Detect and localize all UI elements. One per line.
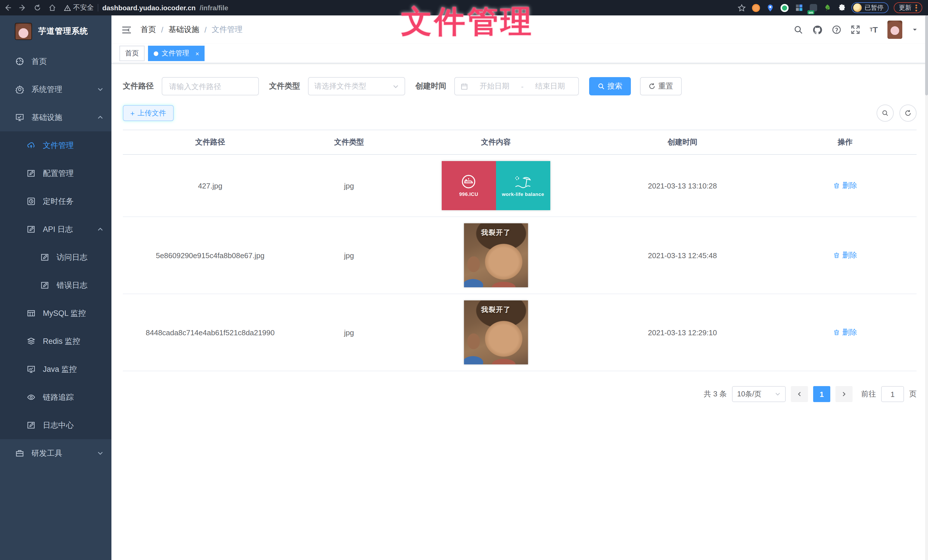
sidebar-item-java[interactable]: Java 监控	[0, 355, 111, 383]
fullscreen-icon[interactable]	[851, 25, 860, 34]
timer-icon	[26, 197, 35, 206]
breadcrumb-section[interactable]: 基础设施	[169, 24, 200, 35]
sidebar-item-config[interactable]: 配置管理	[0, 159, 111, 187]
goto-label: 前往	[861, 389, 876, 399]
prev-page-button[interactable]	[791, 386, 808, 402]
scrollbar-thumb[interactable]	[925, 15, 928, 95]
date-range-picker[interactable]: 开始日期 - 结束日期	[454, 77, 579, 95]
file-type-select[interactable]: 请选择文件类型	[308, 77, 405, 95]
collapse-menu-icon[interactable]	[122, 26, 131, 34]
profile-paused-chip[interactable]: 已暂停	[852, 2, 888, 13]
sidebar-item-label: 错误日志	[56, 280, 87, 291]
table-header-row: 文件路径 文件类型 文件内容 创建时间 操作	[123, 130, 917, 155]
beach-umbrella-icon	[513, 175, 533, 189]
sidebar-item-error-log[interactable]: 错误日志	[0, 271, 111, 299]
sidebar-item-label: 研发工具	[31, 448, 62, 458]
paused-label: 已暂停	[865, 3, 884, 12]
browser-menu-icon[interactable]	[916, 3, 917, 12]
user-avatar[interactable]	[887, 21, 902, 39]
sidebar-item-home[interactable]: 首页	[0, 47, 111, 75]
calendar-icon	[461, 82, 468, 90]
search-button-label: 搜索	[607, 81, 622, 91]
browser-home-button[interactable]	[44, 0, 60, 15]
sidebar-item-trace[interactable]: 链路追踪	[0, 383, 111, 411]
search-icon[interactable]	[794, 25, 803, 34]
extensions-puzzle-icon[interactable]	[837, 3, 846, 12]
reset-button[interactable]: 重置	[640, 77, 682, 95]
caret-down-icon[interactable]	[912, 27, 918, 33]
page-size-select[interactable]: 10条/页	[732, 386, 786, 402]
extension-leaf-icon[interactable]	[823, 3, 832, 12]
extension-grid-icon[interactable]	[794, 3, 803, 12]
update-chip[interactable]: 更新	[894, 2, 922, 13]
page-unit-label: 页	[909, 389, 917, 399]
sidebar-item-access-log[interactable]: 访问日志	[0, 243, 111, 271]
file-path-input-wrap	[162, 77, 259, 95]
github-icon[interactable]	[813, 25, 822, 35]
cell-file-type: jpg	[298, 294, 401, 371]
sidebar-item-file-management[interactable]: 文件管理	[0, 131, 111, 159]
page-number-current[interactable]: 1	[813, 386, 830, 402]
close-icon[interactable]: ×	[195, 50, 199, 57]
file-path-input[interactable]	[168, 81, 253, 91]
tab-home[interactable]: 首页	[119, 46, 145, 61]
refresh-icon	[905, 110, 911, 117]
address-bar[interactable]: 不安全 dashboard.yudao.iocoder.cn/infra/fil…	[64, 3, 228, 12]
start-date-placeholder: 开始日期	[472, 81, 517, 91]
browser-reload-button[interactable]	[30, 0, 44, 15]
cell-file-content: 我裂开了	[401, 294, 591, 371]
font-size-icon[interactable]: TT	[870, 25, 878, 34]
breadcrumb-separator: /	[205, 26, 207, 34]
extension-green-ring-icon[interactable]	[780, 3, 789, 12]
sidebar-logo-row[interactable]: 芋道管理系统	[0, 15, 111, 47]
bookmark-star-icon[interactable]	[737, 3, 746, 12]
column-header-actions: 操作	[774, 130, 917, 155]
upload-button-label: 上传文件	[137, 108, 166, 118]
pagination-total: 共 3 条	[704, 389, 727, 399]
column-header-type: 文件类型	[298, 130, 401, 155]
column-header-created: 创建时间	[591, 130, 774, 155]
monitor-chart-icon	[26, 365, 35, 374]
search-button[interactable]: 搜索	[589, 77, 631, 95]
tab-file-management[interactable]: 文件管理 ×	[148, 46, 205, 61]
extension-orange-icon[interactable]	[751, 3, 760, 12]
sidebar-item-api-log[interactable]: API 日志	[0, 215, 111, 243]
browser-forward-button[interactable]	[15, 0, 30, 15]
create-time-label: 创建时间	[415, 81, 446, 91]
edit-square-icon	[40, 281, 49, 290]
upload-file-button[interactable]: + 上传文件	[123, 105, 173, 121]
eye-icon	[26, 393, 35, 402]
next-page-button[interactable]	[835, 386, 853, 402]
toggle-search-button[interactable]	[876, 105, 894, 122]
sidebar-item-devtools[interactable]: 研发工具	[0, 439, 111, 467]
delete-button[interactable]: 删除	[833, 181, 857, 191]
browser-back-button[interactable]	[0, 0, 15, 15]
delete-button[interactable]: 删除	[833, 327, 857, 338]
not-secure-warning[interactable]: 不安全	[64, 3, 94, 12]
refresh-table-button[interactable]	[899, 105, 917, 122]
breadcrumb-current: 文件管理	[212, 24, 243, 35]
delete-button[interactable]: 删除	[833, 250, 857, 260]
page-scrollbar[interactable]	[925, 15, 928, 560]
sidebar-item-redis[interactable]: Redis 监控	[0, 327, 111, 355]
file-thumbnail-baby-meme[interactable]: 我裂开了	[464, 223, 528, 287]
warning-triangle-icon	[64, 4, 71, 11]
sidebar-item-system[interactable]: 系统管理	[0, 75, 111, 103]
column-header-content: 文件内容	[401, 130, 591, 155]
cell-created-time: 2021-03-13 13:10:28	[591, 155, 774, 217]
sidebar-item-mysql[interactable]: MySQL 监控	[0, 299, 111, 327]
extension-pin-icon[interactable]	[766, 3, 775, 12]
banner-996-left: 996.ICU	[442, 161, 496, 210]
file-thumbnail-996-banner[interactable]: 996.ICU work-life balance	[442, 161, 550, 210]
cell-file-content: 我裂开了	[401, 217, 591, 294]
goto-page-input[interactable]	[881, 386, 904, 402]
plus-icon: +	[130, 110, 134, 117]
file-thumbnail-baby-meme[interactable]: 我裂开了	[464, 300, 528, 364]
breadcrumb-home[interactable]: 首页	[140, 24, 156, 35]
extension-on-switch-icon[interactable]: on	[809, 3, 818, 12]
sidebar-item-infra[interactable]: 基础设施	[0, 103, 111, 131]
sidebar-item-job[interactable]: 定时任务	[0, 187, 111, 215]
sidebar-item-log-center[interactable]: 日志中心	[0, 411, 111, 439]
help-icon[interactable]	[832, 25, 841, 34]
delete-label: 删除	[842, 250, 857, 260]
